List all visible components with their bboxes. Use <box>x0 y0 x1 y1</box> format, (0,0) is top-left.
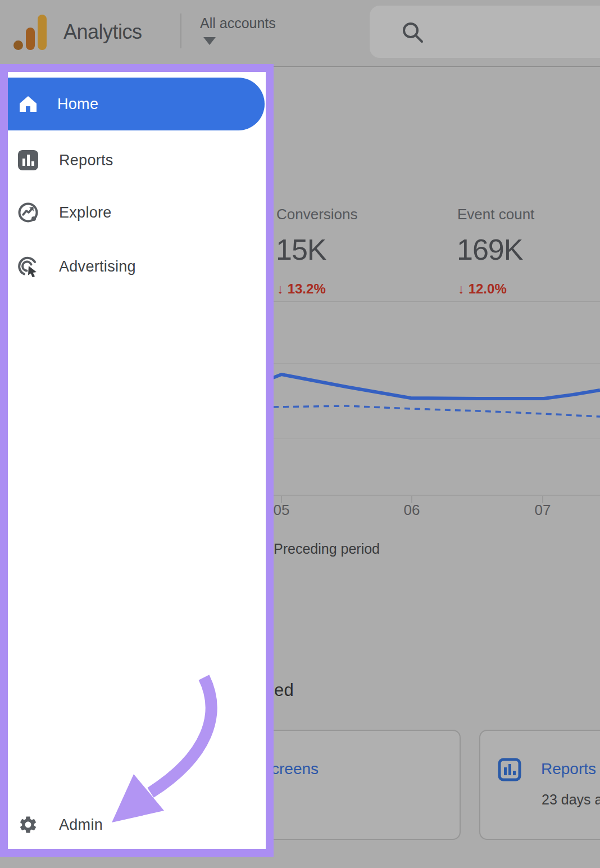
preceding-period-line <box>273 406 600 417</box>
sidebar-item-label: Reports <box>59 152 113 169</box>
x-tick-label: 06 <box>392 501 431 519</box>
gear-icon <box>17 814 39 835</box>
home-icon <box>18 94 38 114</box>
sidebar-item-admin[interactable]: Admin <box>17 813 103 836</box>
annotation-arrow-to-admin <box>8 72 266 849</box>
down-arrow-icon: ↓ <box>277 281 284 296</box>
sidebar-item-reports[interactable]: Reports <box>17 149 113 171</box>
header-divider <box>180 13 181 48</box>
bar-chart-icon <box>498 758 521 781</box>
recent-card-reports[interactable] <box>479 730 600 840</box>
x-tick-label: 07 <box>523 501 562 519</box>
sidebar-item-explore[interactable]: Explore <box>17 201 112 224</box>
recently-accessed-heading-fragment: ed <box>274 680 294 700</box>
reports-card-timestamp-fragment: 23 days ag <box>542 792 600 808</box>
sidebar-item-label: Advertising <box>59 258 136 275</box>
screenshot-root: Analytics All accounts Try searching "Mo… <box>0 0 600 868</box>
current-period-line <box>273 374 600 399</box>
legend-preceding-period: Preceding period <box>274 541 380 557</box>
sidebar-item-label: Home <box>57 96 98 113</box>
sidebar-item-advertising[interactable]: Advertising <box>17 255 136 278</box>
metric-delta-conversions: ↓ 13.2% <box>277 281 326 297</box>
sidebar-item-home[interactable]: Home <box>8 78 265 130</box>
search-icon <box>401 20 425 45</box>
metric-delta-event-count: ↓ 12.0% <box>458 281 507 297</box>
sidebar-item-label: Explore <box>59 204 112 221</box>
chevron-down-icon[interactable] <box>203 37 216 45</box>
search-input[interactable]: Try searching "Mob <box>370 6 600 58</box>
metric-value-conversions: 15K <box>276 233 326 266</box>
sidebar-highlight-frame: Home Reports E <box>0 64 274 857</box>
metric-value-event-count: 169K <box>457 233 522 266</box>
account-selector[interactable]: All accounts <box>200 15 276 31</box>
brand-title: Analytics <box>63 20 142 44</box>
sidebar-item-label: Admin <box>59 816 103 834</box>
explore-icon <box>17 202 39 223</box>
pages-screens-link-fragment[interactable]: creens <box>271 760 319 778</box>
advertising-icon <box>17 256 39 277</box>
metric-label-event-count: Event count <box>457 206 534 223</box>
bar-chart-icon <box>17 150 39 171</box>
down-arrow-icon: ↓ <box>458 281 465 296</box>
metric-label-conversions: Conversions <box>276 206 358 223</box>
app-header: Analytics All accounts Try searching "Mo… <box>0 0 600 67</box>
reports-card-title[interactable]: Reports <box>541 760 596 778</box>
